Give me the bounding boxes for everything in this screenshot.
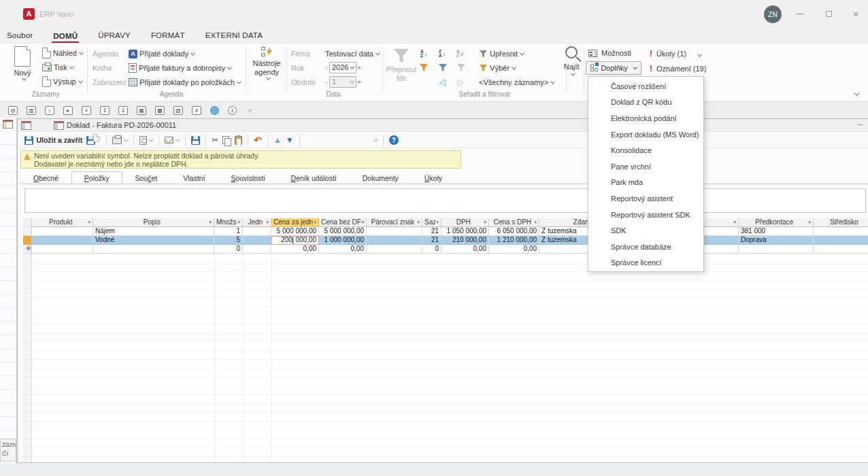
table-cell[interactable]: Doprava: [739, 236, 814, 245]
filter-chevron-icon[interactable]: ▾: [237, 218, 240, 226]
table-cell[interactable]: [243, 236, 271, 245]
column-header[interactable]: Párovací znak▾: [367, 218, 422, 227]
tab-polo-ky[interactable]: Položky: [71, 171, 122, 184]
table-cell[interactable]: 0,00: [271, 245, 319, 254]
menubar-item[interactable]: DOMŮ: [52, 32, 79, 44]
table-cell[interactable]: [243, 227, 271, 236]
table-cell[interactable]: Nájem: [93, 227, 214, 236]
row-selector[interactable]: [23, 236, 32, 245]
import-box-icon[interactable]: ↧: [118, 106, 128, 115]
column-header[interactable]: Jedn▾: [243, 218, 271, 227]
table-cell[interactable]: 5: [214, 236, 243, 245]
tab-souvislosti[interactable]: Souvislosti: [218, 171, 278, 184]
move-down-button[interactable]: ▼: [286, 135, 294, 145]
addins-menu-item[interactable]: Pane vrchní: [588, 158, 703, 175]
column-header[interactable]: DPH▾: [441, 218, 489, 227]
tasks-button[interactable]: !Úkoly (1): [650, 48, 686, 59]
tab--koly[interactable]: Úkoly: [412, 171, 455, 184]
export-box-icon[interactable]: ↥: [100, 106, 110, 115]
menubar-item[interactable]: FORMÁT: [150, 31, 186, 43]
next-record-button[interactable]: ▷: [457, 76, 464, 87]
undo-button[interactable]: ↶: [254, 136, 262, 145]
collapse-ribbon-button[interactable]: [852, 88, 859, 97]
media-window-icon[interactable]: ▸: [63, 106, 73, 115]
restore-button[interactable]: [819, 7, 838, 20]
filter-selection-button[interactable]: [419, 63, 429, 73]
filter-chevron-icon[interactable]: ▾: [436, 218, 439, 226]
menubar-item[interactable]: EXTERNÍ DATA: [204, 31, 264, 43]
column-header[interactable]: Cena bez DPH▾: [319, 218, 367, 227]
table-cell[interactable]: [367, 245, 422, 254]
selection-filter-button[interactable]: Výběr: [479, 63, 516, 73]
filter-chevron-icon[interactable]: ▾: [361, 218, 364, 226]
table-cell[interactable]: 1 000 000,00: [319, 236, 367, 245]
copy-button[interactable]: [222, 136, 231, 145]
avatar[interactable]: ZN: [764, 5, 782, 23]
table-cell[interactable]: [32, 236, 93, 245]
toolbar-overflow-icon[interactable]: [248, 107, 252, 112]
options-button[interactable]: Možnosti: [588, 47, 631, 59]
table-cell[interactable]: [814, 245, 868, 254]
filter-chevron-icon[interactable]: ▾: [88, 218, 90, 226]
close-button[interactable]: ×: [846, 7, 865, 20]
filter-chevron-icon[interactable]: ▾: [733, 218, 736, 226]
table-cell[interactable]: [814, 227, 868, 236]
addins-menu-item[interactable]: Reportový asistent: [588, 190, 703, 207]
table-cell[interactable]: 21: [422, 236, 441, 245]
addins-menu-item[interactable]: Konsolidace: [588, 142, 703, 158]
addins-menu-item[interactable]: Elektronická podání: [588, 110, 703, 126]
addins-menu-item[interactable]: Správce licencí: [588, 255, 703, 271]
column-header[interactable]: Popis▾: [93, 218, 214, 227]
document-titlebar[interactable]: Doklad - Faktura PD-2026-00011 –: [18, 119, 868, 132]
building-icon[interactable]: ▦: [137, 106, 146, 115]
row-selector[interactable]: [23, 227, 32, 236]
print-preview-button[interactable]: [139, 136, 153, 145]
info-circle-icon[interactable]: 1: [228, 106, 237, 115]
column-header[interactable]: Sazb▾: [422, 218, 441, 227]
help-button[interactable]: ?: [389, 135, 399, 145]
agenda-tools-button[interactable]: Nástroje agendy: [249, 47, 284, 80]
addins-menu-item[interactable]: Doklad z QR kódu: [588, 95, 703, 111]
column-header[interactable]: Cena za jednot▾: [271, 218, 319, 227]
row-selector-header[interactable]: [23, 218, 32, 227]
filter-chevron-icon[interactable]: ▾: [314, 218, 316, 226]
table-cell[interactable]: [739, 245, 814, 254]
table-cell[interactable]: 21: [422, 227, 441, 236]
notifications-button[interactable]: !Oznámení (19): [650, 63, 706, 74]
filter-chevron-icon[interactable]: ▾: [417, 218, 420, 226]
status-circle-icon[interactable]: [210, 106, 219, 115]
tab-obecn-[interactable]: Obecné: [20, 171, 71, 184]
document-minimize-button[interactable]: –: [858, 120, 863, 129]
addins-button[interactable]: Doplňky: [586, 61, 641, 75]
rok-plus-button[interactable]: +: [356, 63, 362, 71]
column-header[interactable]: Produkt▾: [32, 218, 93, 227]
previous-record-button[interactable]: ◁: [439, 76, 446, 87]
table-cell[interactable]: 1: [214, 227, 243, 236]
table-cell[interactable]: 1 050 000,00: [441, 227, 489, 236]
tab-den-k-ud-lost-[interactable]: Deník událostí: [278, 171, 350, 184]
sliders-icon[interactable]: ≡: [82, 106, 91, 115]
table-cell[interactable]: 5 000 000,00: [271, 227, 319, 236]
paste-button[interactable]: [235, 136, 242, 145]
home-icon[interactable]: ⌂: [45, 106, 54, 115]
addins-menu-item[interactable]: Park mda: [588, 175, 703, 191]
table-cell[interactable]: Vodné: [93, 236, 214, 245]
table-cell[interactable]: 0,00: [489, 245, 539, 254]
save-close-button[interactable]: Uložit a zavřít: [24, 134, 82, 146]
addins-menu-item[interactable]: Časové rozlišení: [588, 78, 703, 95]
new-record-button[interactable]: Nový: [8, 46, 37, 81]
picture-icon[interactable]: ▨: [173, 106, 183, 115]
menubar-item[interactable]: Soubor: [5, 31, 34, 43]
column-header[interactable]: Předkontace▾: [739, 218, 814, 227]
buildings-icon[interactable]: ▩: [155, 106, 165, 115]
record-scope-selector[interactable]: <Všechny záznamy>: [479, 77, 554, 88]
refine-filter-button[interactable]: Upřesnit: [479, 48, 524, 59]
addins-menu-item[interactable]: Správce databáze: [588, 239, 703, 255]
filter-chevron-icon[interactable]: ▾: [209, 218, 212, 226]
output-button[interactable]: Výstup: [42, 76, 82, 87]
agenda-selector[interactable]: A Přijaté doklady: [129, 48, 195, 59]
zobrazeni-selector[interactable]: Přijaté doklady po položkách: [129, 77, 241, 88]
toggle-filter-button[interactable]: Přepnout filtr: [385, 48, 418, 83]
obdobi-plus-button[interactable]: +: [356, 78, 362, 86]
find-button[interactable]: Najít: [558, 46, 585, 76]
